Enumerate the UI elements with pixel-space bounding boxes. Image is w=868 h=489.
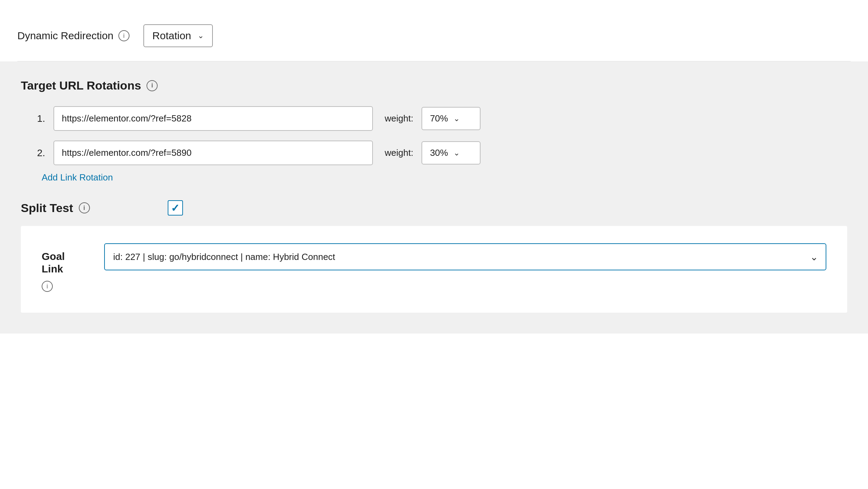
dynamic-redirection-text: Dynamic Redirection: [17, 30, 114, 42]
gray-section: Target URL Rotations i 1. weight: 70% ⌄: [0, 61, 868, 334]
weight-value-2: 30%: [430, 147, 448, 158]
target-url-rotations-title: Target URL Rotations i: [21, 79, 847, 92]
url-row-1: 1. weight: 70% ⌄: [31, 106, 847, 131]
split-test-row: Split Test i ✓: [21, 200, 847, 216]
goal-link-label: GoalLink: [42, 250, 65, 275]
split-test-info-icon[interactable]: i: [79, 202, 90, 213]
split-test-checkmark-icon: ✓: [171, 202, 180, 214]
dynamic-redirection-info-icon[interactable]: i: [118, 30, 130, 41]
split-test-checkbox-container: ✓: [168, 200, 183, 216]
weight-label-2: weight:: [385, 147, 413, 158]
goal-link-row: GoalLink i id: 227 | slug: go/hybridconn…: [42, 243, 826, 292]
rotation-dropdown-value: Rotation: [152, 30, 191, 42]
split-test-label: Split Test i: [21, 201, 90, 215]
weight-value-1: 70%: [430, 113, 448, 124]
rotation-dropdown[interactable]: Rotation ⌄: [143, 24, 213, 47]
weight-chevron-icon-2: ⌄: [453, 149, 460, 158]
weight-chevron-icon-1: ⌄: [453, 114, 460, 123]
weight-dropdown-2[interactable]: 30% ⌄: [422, 141, 481, 165]
page-wrapper: Dynamic Redirection i Rotation ⌄ Target …: [0, 0, 868, 489]
top-section: Dynamic Redirection i Rotation ⌄: [17, 14, 851, 61]
split-test-text: Split Test: [21, 201, 73, 215]
url-input-1[interactable]: [53, 106, 373, 131]
target-url-rotations-text: Target URL Rotations: [21, 79, 141, 92]
url-rotations-list: 1. weight: 70% ⌄ 2. weight: 30% ⌄: [31, 106, 847, 165]
url-row-2: 2. weight: 30% ⌄: [31, 141, 847, 165]
target-url-rotations-info-icon[interactable]: i: [147, 80, 158, 91]
goal-link-select[interactable]: id: 227 | slug: go/hybridconnect | name:…: [104, 243, 826, 270]
gray-section-inner: Target URL Rotations i 1. weight: 70% ⌄: [21, 79, 847, 313]
url-index-1: 1.: [31, 113, 45, 124]
split-test-checkbox[interactable]: ✓: [168, 200, 183, 216]
url-input-2[interactable]: [53, 141, 373, 165]
weight-label-1: weight:: [385, 113, 413, 124]
goal-link-select-wrapper: id: 227 | slug: go/hybridconnect | name:…: [104, 243, 826, 270]
dynamic-redirection-label: Dynamic Redirection i: [17, 30, 130, 42]
add-link-rotation-button[interactable]: Add Link Rotation: [42, 172, 113, 183]
rotation-dropdown-chevron-icon: ⌄: [198, 31, 204, 40]
goal-link-label-group: GoalLink i: [42, 243, 90, 292]
weight-dropdown-1[interactable]: 70% ⌄: [422, 107, 481, 130]
white-card: GoalLink i id: 227 | slug: go/hybridconn…: [21, 226, 847, 313]
goal-link-info-icon[interactable]: i: [42, 281, 53, 292]
url-index-2: 2.: [31, 147, 45, 159]
